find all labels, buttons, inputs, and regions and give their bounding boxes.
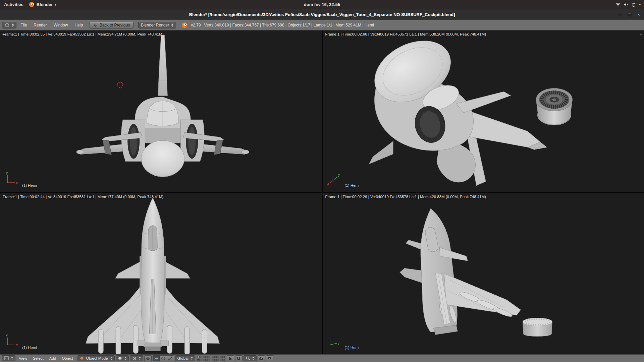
- power-icon: [631, 2, 636, 7]
- mode-select[interactable]: Object Mode: [77, 355, 114, 361]
- pivot-align-icon: [146, 356, 150, 360]
- 3d-viewport-quad: Frame:1 | Time:00:02.35 | Ve:340019 Fa:4…: [0, 31, 644, 354]
- back-to-previous-label: Back to Previous: [100, 23, 130, 27]
- model-rear-perspective-view: [323, 193, 644, 355]
- layer-toggle[interactable]: [203, 359, 205, 361]
- viewport-front[interactable]: Frame:1 | Time:00:02.35 | Ve:340019 Fa:4…: [0, 31, 322, 192]
- editor-type-button[interactable]: [2, 22, 16, 28]
- snap-arrows-icon: [252, 357, 254, 360]
- opengl-render-button[interactable]: [258, 355, 265, 361]
- properties-expand-icon[interactable]: +: [639, 32, 642, 37]
- info-editor-header: File Render Window Help Back to Previous…: [0, 20, 644, 31]
- layer-toggle[interactable]: [200, 359, 202, 361]
- layers-widget[interactable]: [197, 356, 225, 361]
- viewport-perspective-1[interactable]: Frame:1 | Time:00:02.66 | Ve:340019 Fa:4…: [323, 31, 644, 192]
- svg-text:x: x: [16, 343, 18, 347]
- opengl-render-anim-button[interactable]: [266, 355, 273, 361]
- layer-toggle[interactable]: [200, 356, 202, 358]
- close-button[interactable]: ×: [637, 12, 640, 17]
- pivot-select[interactable]: [130, 355, 143, 361]
- system-tray[interactable]: ▾: [615, 2, 641, 7]
- pivot-point-icon: [132, 356, 137, 361]
- orientation-select[interactable]: Global: [175, 355, 195, 361]
- scale-manipulator-toggle[interactable]: [167, 355, 174, 361]
- viewport-shading-icon: [118, 356, 122, 360]
- menu-view[interactable]: View: [16, 356, 30, 360]
- editor-type-button-3dview[interactable]: [2, 355, 15, 361]
- scene-stats: Verts:340,019 | Faces:344,767 | Tris:679…: [204, 23, 374, 27]
- window-title: Blender* [/home/sergio/Documents/3D/Aviõ…: [189, 12, 455, 17]
- manipulator-toggles: [153, 355, 174, 361]
- orientation-arrows-icon: [191, 357, 193, 360]
- menu-help[interactable]: Help: [72, 23, 86, 27]
- svg-text:x: x: [16, 181, 18, 185]
- clock[interactable]: dom fev 16, 22:55: [304, 2, 340, 7]
- viewport-stats: Frame:1 | Time:00:02.35 | Ve:340019 Fa:4…: [3, 32, 163, 36]
- layer-toggle[interactable]: [197, 356, 200, 358]
- toolshelf-expand-icon[interactable]: +: [2, 32, 5, 37]
- layer-toggle[interactable]: [220, 359, 222, 361]
- layer-toggle[interactable]: [208, 359, 210, 361]
- layer-toggle[interactable]: [220, 356, 222, 358]
- layer-toggle[interactable]: [203, 356, 205, 358]
- pivot-align-toggle[interactable]: [144, 355, 152, 361]
- menu-window[interactable]: Window: [51, 23, 71, 27]
- layer-toggle[interactable]: [212, 356, 214, 358]
- layer-toggle[interactable]: [214, 356, 217, 358]
- minimize-button[interactable]: —: [618, 12, 622, 17]
- activities-button[interactable]: Activities: [4, 2, 23, 7]
- snap-element-icon: [246, 356, 250, 360]
- axis-gizmo: y x: [327, 171, 342, 187]
- menu-select[interactable]: Select: [31, 356, 46, 360]
- menu-file[interactable]: File: [18, 23, 30, 27]
- object-mode-cube-icon: [80, 356, 84, 360]
- render-animation-icon: [267, 356, 272, 361]
- layer-toggle[interactable]: [214, 359, 217, 361]
- active-object-label: (1) Hemi: [22, 346, 37, 350]
- menu-render[interactable]: Render: [31, 23, 49, 27]
- svg-text:y: y: [338, 173, 340, 177]
- model-perspective-view: [323, 31, 644, 192]
- info-editor-icon: [5, 23, 9, 27]
- rotate-manipulator-toggle[interactable]: [160, 355, 167, 361]
- active-object-label: (1) Hemi: [345, 346, 360, 350]
- active-object-label: (1) Hemi: [22, 183, 37, 187]
- translate-manipulator-icon: [154, 356, 158, 361]
- layer-toggle[interactable]: [208, 356, 210, 358]
- viewport-top[interactable]: Frame:1 | Time:00:02.44 | Ve:340019 Fa:4…: [0, 193, 322, 355]
- snap-toggle[interactable]: [235, 355, 243, 361]
- snap-element-select[interactable]: [244, 355, 257, 361]
- viewport-stats: Frame:1 | Time:00:02.29 | Ve:340019 Fa:4…: [325, 195, 486, 199]
- shading-select[interactable]: [116, 355, 129, 361]
- svg-text:x: x: [327, 183, 329, 187]
- layer-toggle[interactable]: [205, 356, 208, 358]
- rotate-manipulator-icon: [161, 356, 165, 361]
- render-engine-select[interactable]: Blender Render: [138, 22, 176, 28]
- layer-toggle[interactable]: [197, 359, 200, 361]
- maximize-button[interactable]: [628, 13, 631, 16]
- layer-toggle[interactable]: [205, 359, 208, 361]
- menu-object[interactable]: Object: [59, 356, 75, 360]
- 3d-cursor: [115, 80, 125, 89]
- render-camera-icon: [259, 356, 264, 361]
- viewport-perspective-2[interactable]: Frame:1 | Time:00:02.29 | Ve:340019 Fa:4…: [323, 193, 644, 355]
- layer-toggle[interactable]: [222, 356, 225, 358]
- menu-add[interactable]: Add: [47, 356, 58, 360]
- render-engine-arrows-icon: [171, 23, 173, 27]
- svg-text:y: y: [6, 334, 8, 337]
- layers-group-1: [197, 356, 210, 361]
- translate-manipulator-toggle[interactable]: [153, 355, 160, 361]
- svg-text:y: y: [338, 342, 339, 345]
- lock-to-scene-toggle[interactable]: [227, 355, 234, 361]
- model-front-view: [0, 31, 322, 192]
- layer-toggle[interactable]: [217, 356, 219, 358]
- layer-toggle[interactable]: [222, 359, 225, 361]
- layer-toggle[interactable]: [217, 359, 219, 361]
- app-menu-button[interactable]: Blender ▾: [29, 2, 56, 7]
- lock-icon: [228, 356, 232, 361]
- network-icon: [615, 2, 621, 7]
- layer-toggle[interactable]: [212, 359, 214, 361]
- layers-group-2: [212, 356, 225, 361]
- blender-logo-icon: [181, 22, 187, 28]
- back-to-previous-button[interactable]: Back to Previous: [90, 22, 133, 28]
